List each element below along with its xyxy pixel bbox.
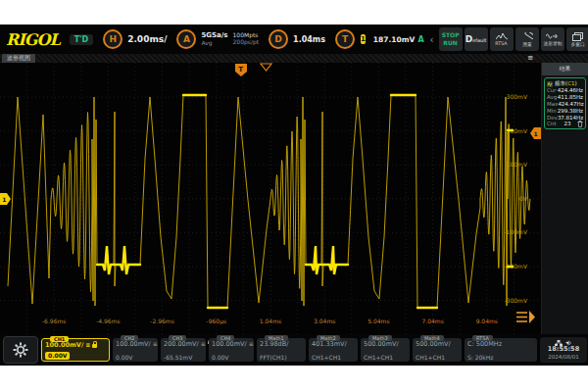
voltage-label: 300mV [507, 93, 528, 100]
time-display: 18:55:58 [548, 346, 579, 354]
stop-label: STOP [442, 32, 460, 39]
multi-window-icon [572, 32, 583, 41]
measure-button[interactable]: 测量 [515, 27, 539, 51]
time-label: 3.04ms [314, 318, 335, 324]
ruler-icon [521, 32, 533, 41]
time-label: 1.04ms [260, 318, 281, 324]
time-label: 9.04ms [476, 318, 498, 324]
sample-resolution: 200ps/pt [233, 39, 260, 46]
svg-text:1: 1 [534, 130, 538, 137]
ch2-scale: 100.00mV/≡ [116, 341, 155, 348]
timebase-value[interactable]: 2.00ms/ [127, 34, 167, 44]
math1-tab: Math1 [265, 335, 288, 341]
measurement-card-frequency[interactable]: 频率(C1) Cur424.46Hz Avg411.85Hz Max424.47… [544, 77, 586, 129]
delay-knob[interactable]: D [269, 29, 288, 49]
svg-text:T: T [238, 66, 243, 74]
ch1-waveform-trace [8, 95, 530, 308]
waveform-view[interactable]: 300mV200mV100mV0V-100mV-200mV-300mV-6.96… [0, 63, 541, 334]
measurement-row: Min299.38Hz [547, 108, 583, 115]
measurement-count-row: Cnt23 [547, 121, 583, 127]
ch3-offset: -65.51mV [164, 355, 203, 361]
math-card-math4[interactable]: Math4 500.00mV/ CH1+CH1 [413, 338, 462, 362]
horizontal-knob[interactable]: H [103, 29, 122, 49]
math-card-math2[interactable]: Math2 401.33mV/ CH1+CH1 [309, 338, 358, 362]
measure-label: 测量 [522, 42, 532, 47]
math3-scale: 500.00mV/ [364, 341, 407, 348]
trigger-status-badge[interactable]: T'D [70, 34, 94, 45]
rtsa-label: RTSA [495, 41, 507, 46]
default-button[interactable]: Default [465, 27, 488, 51]
math3-tab: Math3 [368, 335, 392, 341]
rtsa-tab: RTSA [472, 335, 493, 341]
measurement-row: Dev37.814Hz [547, 115, 583, 122]
datetime-box[interactable]: 18:55:58 2024/08/01 [540, 337, 587, 363]
center-reference-marker [261, 64, 271, 71]
ch3-scale: 200.00mV/≡ [164, 341, 203, 348]
math2-tab: Math2 [317, 335, 340, 341]
ch1-scale: 100.00mV/≡ [45, 342, 106, 349]
channel-card-ch2[interactable]: CH2 100.00mV/≡ 0.00V [113, 338, 158, 362]
measurement-title: 频率(C1) [547, 80, 583, 87]
rtsa-card[interactable]: RTSA C: 500MHz S: 20kHz [465, 338, 537, 362]
math1-expr: FFT(CH1) [260, 355, 303, 361]
channel-card-ch1[interactable]: CH1 100.00mV/≡ 0.00V [41, 338, 110, 362]
channel-card-ch4[interactable]: CH4 100.00mV/≡ 0.00V [209, 338, 254, 362]
waveform-canvas[interactable]: 300mV200mV100mV0V-100mV-200mV-300mV-6.96… [0, 63, 541, 334]
math4-scale: 500.00mV/ [416, 341, 459, 348]
multi-window-button[interactable]: 多窗口 [566, 27, 588, 51]
ch1-offset: 0.00V [45, 352, 70, 360]
delay-value[interactable]: 1.04ms [293, 35, 325, 44]
rtsa-span: S: 20kHz [467, 355, 534, 361]
acquire-knob[interactable]: A [176, 29, 196, 49]
svg-text:1: 1 [2, 196, 6, 203]
rtsa-center: C: 500MHz [467, 341, 534, 348]
ch2-offset: 0.00V [116, 355, 155, 361]
results-panel-title: 结果 [542, 63, 588, 75]
measurement-row: Max424.47Hz [547, 101, 583, 108]
acquire-info[interactable]: 5GSa/s Avg [201, 32, 227, 46]
math-card-math1[interactable]: Math1 23.98dB/ FFT(CH1) [257, 338, 306, 362]
time-label: 7.04ms [421, 318, 443, 324]
tab-waveform-view[interactable]: 波形视图 [2, 54, 35, 63]
memory-info[interactable]: 100Mpts 200ps/pt [233, 32, 260, 45]
math3-expr: CH1+CH1 [364, 355, 407, 361]
toolbar-scroll-left-icon[interactable]: ‹ [430, 34, 434, 45]
wave-record-icon [546, 32, 559, 40]
rtsa-button[interactable]: RTSA [490, 27, 514, 51]
channel-card-ch3[interactable]: CH3 200.00mV/≡ -65.51mV [161, 338, 206, 362]
screenshot: RIGOL T'D H 2.00ms/ A 5GSa/s Avg 100Mpts… [0, 0, 588, 392]
results-panel: 结果 频率(C1) Cur424.46Hz Avg411.85Hz Max424… [541, 63, 588, 334]
bw-limit-icon: ≡ [249, 341, 254, 347]
trigger-source-badge[interactable]: 1 [361, 34, 366, 44]
date-display: 2024/08/01 [548, 354, 579, 361]
multi-window-label: 多窗口 [570, 42, 584, 47]
measurement-icon [547, 81, 553, 87]
time-label: -960μs [207, 318, 227, 325]
ch4-scale: 100.00mV/≡ [212, 341, 251, 348]
trigger-coupling: A [417, 35, 423, 44]
ch4-tab: CH4 [217, 335, 234, 341]
default-label-rest: efault [472, 37, 486, 43]
bw-limit-icon: ≡ [153, 341, 158, 347]
toolbar: STOP RUN Default RTSA [439, 27, 588, 51]
trigger-knob[interactable]: T [335, 29, 355, 49]
panel-menu-icon[interactable]: ≡ [527, 55, 533, 62]
plot-menu-icon[interactable] [516, 311, 535, 323]
time-label: -4.96ms [96, 318, 121, 324]
stop-run-button[interactable]: STOP RUN [439, 27, 463, 51]
top-status-bar: RIGOL T'D H 2.00ms/ A 5GSa/s Avg 100Mpts… [0, 24, 588, 54]
math4-tab: Math4 [420, 335, 444, 341]
channel-status-bar: CH1 100.00mV/≡ 0.00V CH2 100.00mV/≡ 0.00… [0, 334, 588, 366]
ch1-tab: CH1 [50, 336, 69, 342]
gear-icon [13, 342, 28, 358]
waveform-record-button[interactable]: 波形录制 [541, 27, 564, 51]
oscilloscope-screen: RIGOL T'D H 2.00ms/ A 5GSa/s Avg 100Mpts… [0, 24, 588, 366]
time-label: -2.96ms [150, 318, 174, 324]
delete-measurement-icon[interactable] [577, 121, 583, 127]
math-card-math3[interactable]: Math3 500.00mV/ CH1+CH1 [361, 338, 410, 362]
waveform-record-label: 波形录制 [543, 41, 562, 46]
measurement-row: Avg411.85Hz [547, 94, 583, 101]
trigger-level-value[interactable]: 187.10mV [373, 35, 416, 44]
settings-button[interactable] [3, 336, 38, 364]
measurement-row: Cur424.46Hz [547, 87, 583, 94]
